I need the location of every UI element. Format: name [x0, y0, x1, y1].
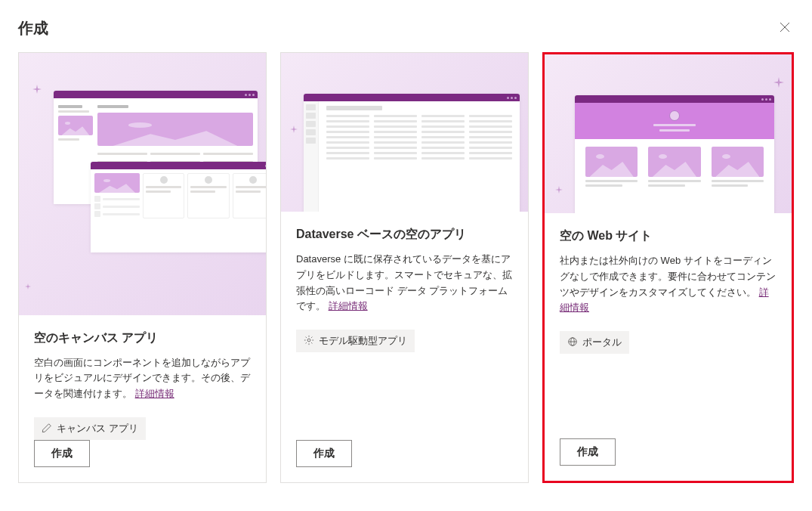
- create-button[interactable]: 作成: [560, 438, 616, 466]
- create-button[interactable]: 作成: [296, 440, 352, 467]
- close-button[interactable]: [776, 18, 794, 39]
- cards-row: 空のキャンバス アプリ 空白の画面にコンポーネントを追加しながらアプリをビジュア…: [18, 52, 794, 483]
- tag-label: キャンバス アプリ: [57, 422, 138, 435]
- create-button[interactable]: 作成: [34, 440, 90, 467]
- info-link[interactable]: 詳細情報: [135, 388, 174, 399]
- tag-model-driven: モデル駆動型アプリ: [296, 330, 415, 352]
- card-title: 空の Web サイト: [560, 228, 776, 244]
- card-title: Dataverse ベースの空のアプリ: [296, 227, 513, 243]
- card-dataverse-app[interactable]: Dataverse ベースの空のアプリ Dataverse に既に保存されている…: [280, 52, 529, 483]
- tag-canvas-app: キャンバス アプリ: [34, 417, 146, 440]
- illustration-model: [281, 53, 528, 212]
- dialog-title: 作成: [18, 18, 48, 39]
- info-link[interactable]: 詳細情報: [329, 300, 368, 311]
- gear-icon: [304, 335, 314, 348]
- card-web-site[interactable]: 空の Web サイト 社内または社外向けの Web サイトをコーディングなしで作…: [542, 52, 794, 483]
- tag-label: モデル駆動型アプリ: [319, 334, 407, 348]
- dialog-header: 作成: [18, 18, 794, 39]
- close-icon: [779, 21, 791, 36]
- globe-icon: [567, 336, 578, 349]
- tag-portal: ポータル: [560, 331, 629, 354]
- svg-point-2: [307, 339, 310, 342]
- card-description: 空白の画面にコンポーネントを追加しながらアプリをビジュアルにデザインできます。そ…: [34, 355, 251, 402]
- card-canvas-app[interactable]: 空のキャンバス アプリ 空白の画面にコンポーネントを追加しながらアプリをビジュア…: [18, 52, 267, 483]
- card-title: 空のキャンバス アプリ: [34, 330, 251, 346]
- pencil-icon: [42, 423, 52, 435]
- tag-label: ポータル: [582, 336, 622, 349]
- illustration-web: [545, 54, 792, 213]
- illustration-canvas: [19, 53, 266, 315]
- create-dialog: 作成: [0, 0, 812, 483]
- card-description: Dataverse に既に保存されているデータを基にアプリをビルドします。スマー…: [296, 252, 513, 314]
- card-description: 社内または社外向けの Web サイトをコーディングなしで作成できます。要件に合わ…: [560, 253, 776, 316]
